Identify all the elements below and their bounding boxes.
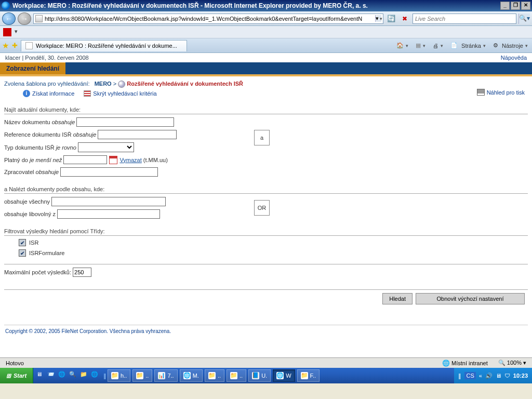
user-label: klacer bbox=[5, 55, 20, 61]
tray-icon-1[interactable]: 🔊 bbox=[485, 373, 493, 379]
section2-title: a Nalézt dokumenty podle obsahu, kde: bbox=[4, 186, 528, 192]
browser-search-input[interactable] bbox=[413, 16, 516, 22]
doc-type-select[interactable] bbox=[78, 142, 134, 152]
contains-any-label: obsahuje libovolný z bbox=[4, 211, 56, 217]
minimize-button[interactable]: _ bbox=[500, 2, 510, 10]
print-preview-link[interactable]: Náhled pro tisk bbox=[477, 89, 525, 96]
ql-icon-6[interactable]: 🌐 bbox=[91, 371, 100, 380]
taskbar-app-0[interactable]: 📁h.. bbox=[108, 369, 130, 382]
clock[interactable]: 10:23 bbox=[513, 373, 528, 379]
class-isr-checkbox[interactable] bbox=[19, 239, 26, 246]
printer-icon bbox=[477, 89, 485, 96]
info-icon: i bbox=[23, 90, 30, 97]
home-button[interactable] bbox=[394, 42, 410, 49]
taskbar-app-8[interactable]: 📁F.. bbox=[297, 369, 320, 382]
add-favorite-icon[interactable]: ✚ bbox=[12, 42, 18, 49]
tab-zobrazeni-hledani[interactable]: Zobrazení hledání bbox=[0, 62, 65, 74]
ql-icon-5[interactable]: 📁 bbox=[80, 371, 89, 380]
favorites-star-icon[interactable]: ★ bbox=[2, 41, 9, 50]
taskbar-app-5[interactable]: 📁.. bbox=[227, 369, 246, 382]
ie-navigation-toolbar: ← → ▾ 🔍▾ bbox=[0, 11, 532, 26]
taskbar-app-4[interactable]: 📁.. bbox=[205, 369, 224, 382]
operator-and: a bbox=[254, 130, 270, 145]
browser-tab-active[interactable]: Workplace: MERO : Rozšířené vyhledávání … bbox=[21, 40, 187, 51]
author-label: Zpracovatel bbox=[4, 169, 34, 175]
tray-icon-2[interactable]: 🖥 bbox=[496, 373, 501, 379]
tools-menu[interactable]: Nástroje bbox=[491, 42, 530, 49]
restore-button[interactable]: ❐ bbox=[511, 2, 520, 10]
search-button[interactable]: Hledat bbox=[382, 293, 413, 304]
start-button[interactable]: ⊞Start bbox=[0, 368, 33, 383]
taskbar-app-2[interactable]: 📊7.. bbox=[154, 369, 177, 382]
taskbar-app-1[interactable]: 📁.. bbox=[132, 369, 152, 382]
taskbar-app-6[interactable]: 📘U. bbox=[248, 369, 271, 382]
ql-icon-3[interactable]: 🌐 bbox=[58, 371, 68, 380]
address-input[interactable] bbox=[45, 16, 375, 22]
doc-name-op: obsahuje bbox=[52, 119, 75, 125]
zoom-level[interactable]: 🔍 100% ▾ bbox=[495, 359, 530, 367]
section1-title: Najít aktuální dokumenty, kde: bbox=[4, 107, 528, 113]
clear-date-link[interactable]: Vymazat bbox=[119, 157, 141, 163]
tray-icon-3[interactable]: 🛡 bbox=[504, 373, 510, 379]
valid-until-op: je menší než bbox=[30, 157, 62, 163]
calendar-icon[interactable] bbox=[109, 156, 117, 164]
contains-all-label: obsahuje všechny bbox=[4, 198, 50, 205]
windows-taskbar: ⊞Start 🖥 📨 🌐 🔍 📁 🌐 ‖ 📁h..📁..📊7..🌐M.📁..📁.… bbox=[0, 368, 532, 383]
class-isrformulare-checkbox[interactable] bbox=[19, 249, 26, 257]
author-input[interactable] bbox=[60, 167, 158, 177]
get-info-link[interactable]: i Získat informace bbox=[23, 90, 74, 97]
breadcrumb-root[interactable]: MERO bbox=[95, 81, 112, 87]
refresh-button[interactable] bbox=[385, 13, 397, 24]
class-isr-label: ISR bbox=[29, 240, 38, 246]
doc-name-input[interactable] bbox=[76, 117, 174, 127]
help-link[interactable]: Nápověda bbox=[501, 55, 527, 61]
ie-icon bbox=[2, 2, 10, 10]
system-tray: ‖ CS « 🔊 🖥 🛡 10:23 bbox=[454, 368, 532, 383]
ql-icon-2[interactable]: 📨 bbox=[47, 371, 57, 380]
valid-until-input[interactable] bbox=[63, 155, 107, 164]
author-op: obsahuje bbox=[36, 169, 59, 175]
operator-or: OR bbox=[254, 200, 270, 216]
max-results-input[interactable] bbox=[73, 268, 91, 277]
taskbar-app-3[interactable]: 🌐M. bbox=[180, 369, 203, 382]
reset-defaults-button[interactable]: Obnovit výchozí nastavení bbox=[416, 293, 525, 304]
pdf-icon[interactable] bbox=[3, 28, 11, 36]
close-button[interactable]: ✕ bbox=[521, 2, 530, 10]
ql-icon-4[interactable]: 🔍 bbox=[69, 371, 78, 380]
feeds-button[interactable] bbox=[414, 42, 428, 49]
address-dropdown[interactable]: ▾ bbox=[375, 15, 381, 22]
back-button[interactable]: ← bbox=[2, 12, 16, 25]
ql-icon-1[interactable]: 🖥 bbox=[36, 371, 46, 380]
window-title-bar: Workplace: MERO : Rozšířené vyhledávání … bbox=[0, 0, 532, 11]
doc-type-label: Typ dokumentu ISŘ bbox=[4, 144, 55, 151]
date-label: Pondělí, 30. červen 2008 bbox=[25, 55, 88, 61]
language-indicator[interactable]: CS bbox=[464, 372, 475, 379]
hide-criteria-link[interactable]: Skrýt vyhledávací kritéria bbox=[84, 90, 156, 97]
page-body: klacer | Pondělí, 30. červen 2008 Nápově… bbox=[0, 53, 532, 357]
tray-expand[interactable]: « bbox=[479, 373, 482, 379]
doc-ref-op: obsahuje bbox=[73, 131, 97, 138]
contains-any-input[interactable] bbox=[57, 209, 160, 219]
page-menu[interactable]: Stránka bbox=[448, 42, 488, 49]
breadcrumb-title: Rozšířené vyhledávání v dokumentech ISŘ bbox=[127, 81, 243, 87]
search-button[interactable]: 🔍▾ bbox=[518, 14, 530, 24]
security-zone[interactable]: Místní intranet bbox=[438, 359, 491, 367]
ie-status-bar: Hotovo Místní intranet 🔍 100% ▾ bbox=[0, 357, 532, 368]
doc-ref-input[interactable] bbox=[98, 130, 177, 139]
doc-ref-label: Reference dokumentu ISŘ bbox=[4, 131, 72, 138]
tab-title: Workplace: MERO : Rozšířené vyhledávání … bbox=[36, 43, 177, 49]
doc-name-label: Název dokumentu bbox=[4, 119, 50, 125]
status-text: Hotovo bbox=[2, 360, 28, 367]
taskbar-app-7[interactable]: 🌐W bbox=[273, 369, 295, 382]
date-format-hint: (t.MM.uu) bbox=[143, 157, 168, 163]
tab-favicon bbox=[25, 42, 33, 49]
print-button[interactable] bbox=[431, 43, 445, 49]
ie-tab-strip: ★ ✚ Workplace: MERO : Rozšířené vyhledáv… bbox=[0, 38, 532, 53]
forward-button[interactable]: → bbox=[18, 12, 31, 25]
max-results-label: Maximální počet výsledků: bbox=[4, 269, 71, 275]
contains-all-input[interactable] bbox=[51, 197, 166, 206]
breadcrumb: Zvolena šablona pro vyhledávání: MERO > … bbox=[4, 81, 528, 88]
footer-copyright: Copyright © 2002, 2005 FileNet Corporati… bbox=[4, 325, 528, 337]
address-bar[interactable]: ▾ bbox=[33, 14, 383, 24]
stop-button[interactable] bbox=[399, 13, 410, 24]
